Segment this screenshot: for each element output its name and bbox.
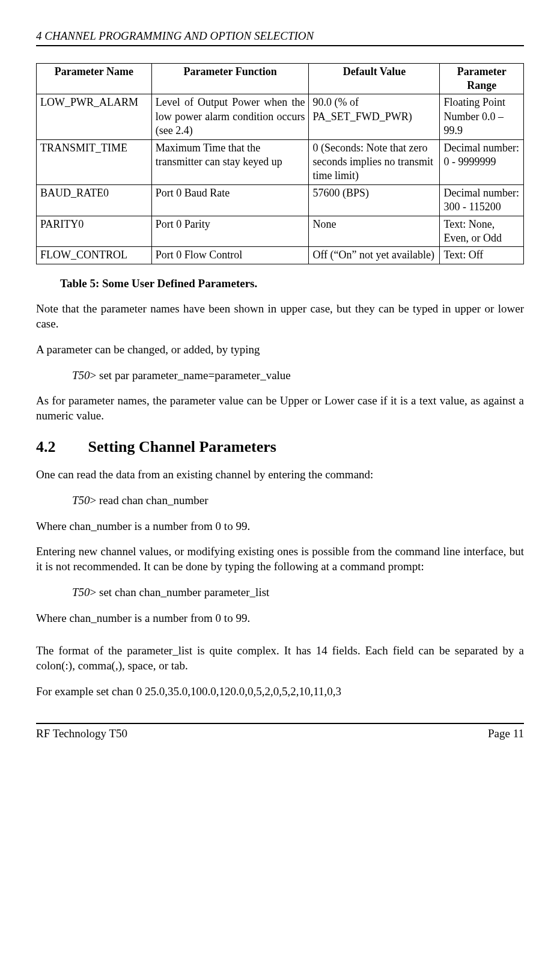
footer-left: RF Technology T50 (36, 726, 127, 741)
th-range: Parameter Range (440, 63, 524, 94)
footer-right: Page 11 (488, 726, 524, 741)
cell-range: Text: None, Even, or Odd (440, 216, 524, 247)
cell-func: Port 0 Flow Control (151, 247, 309, 264)
cell-name: LOW_PWR_ALARM (37, 94, 152, 139)
prompt: T50 (72, 586, 90, 598)
table-row: FLOW_CONTROL Port 0 Flow Control Off (“O… (37, 247, 524, 264)
th-name: Parameter Name (37, 63, 152, 94)
cell-def: Off (“On” not yet available) (309, 247, 440, 264)
cell-range: Text: Off (440, 247, 524, 264)
cell-func: Port 0 Baud Rate (151, 184, 309, 216)
section-heading: 4.2 Setting Channel Parameters (36, 437, 524, 457)
paragraph: A parameter can be changed, or added, by… (36, 342, 524, 358)
command-text: > read chan chan_number (90, 494, 208, 507)
paragraph: Note that the parameter names have been … (36, 302, 524, 331)
command-line: T50> read chan chan_number (72, 493, 524, 508)
table-header-row: Parameter Name Parameter Function Defaul… (37, 63, 524, 94)
cell-func: Maximum Time that the transmitter can st… (151, 139, 309, 184)
paragraph: The format of the parameter_list is quit… (36, 644, 524, 673)
paragraph: As for parameter names, the parameter va… (36, 394, 524, 423)
section-number: 4.2 (36, 437, 84, 457)
cell-def: None (309, 216, 440, 247)
paragraph: One can read the data from an existing c… (36, 467, 524, 483)
section-title: Setting Channel Parameters (88, 438, 276, 455)
cell-def: 0 (Seconds: Note that zero seconds impli… (309, 139, 440, 184)
command-line: T50> set par parameter_name=parameter_va… (72, 368, 524, 383)
cell-range: Decimal number: 300 - 115200 (440, 184, 524, 216)
cell-range: Decimal number: 0 - 9999999 (440, 139, 524, 184)
table-row: LOW_PWR_ALARM Level of Output Power when… (37, 94, 524, 139)
page-footer: RF Technology T50 Page 11 (36, 723, 524, 741)
prompt: T50 (72, 369, 90, 382)
paragraph: Entering new channel values, or modifyin… (36, 544, 524, 574)
command-text: > set chan chan_number parameter_list (90, 586, 270, 598)
paragraph: Where chan_number is a number from 0 to … (36, 611, 524, 626)
cell-def: 90.0 (% of PA_SET_FWD_PWR) (309, 94, 440, 139)
th-default: Default Value (309, 63, 440, 94)
paragraph: Where chan_number is a number from 0 to … (36, 519, 524, 534)
table-row: TRANSMIT_TIME Maximum Time that the tran… (37, 139, 524, 184)
cell-func: Level of Output Power when the low power… (151, 94, 309, 139)
page-header: 4 CHANNEL PROGRAMMING AND OPTION SELECTI… (36, 29, 524, 46)
paragraph: For example set chan 0 25.0,35.0,100.0,1… (36, 684, 524, 699)
command-line: T50> set chan chan_number parameter_list (72, 585, 524, 600)
command-text: > set par parameter_name=parameter_value (90, 369, 291, 382)
table-row: BAUD_RATE0 Port 0 Baud Rate 57600 (BPS) … (37, 184, 524, 216)
cell-name: TRANSMIT_TIME (37, 139, 152, 184)
cell-def: 57600 (BPS) (309, 184, 440, 216)
parameter-table: Parameter Name Parameter Function Defaul… (36, 63, 524, 264)
cell-range: Floating Point Number 0.0 – 99.9 (440, 94, 524, 139)
cell-name: FLOW_CONTROL (37, 247, 152, 264)
cell-name: PARITY0 (37, 216, 152, 247)
table-row: PARITY0 Port 0 Parity None Text: None, E… (37, 216, 524, 247)
cell-func: Port 0 Parity (151, 216, 309, 247)
table-caption: Table 5: Some User Defined Parameters. (60, 276, 524, 291)
cell-name: BAUD_RATE0 (37, 184, 152, 216)
prompt: T50 (72, 494, 90, 507)
th-function: Parameter Function (151, 63, 309, 94)
